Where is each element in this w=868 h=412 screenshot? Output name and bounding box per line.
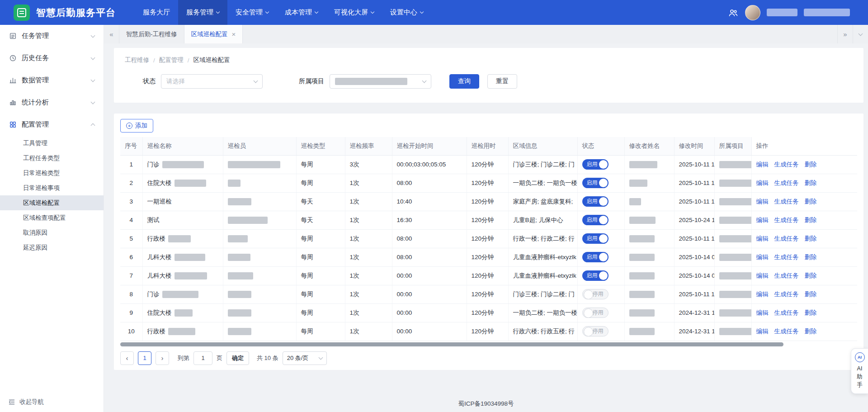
action-generate-task[interactable]: 生成任务 bbox=[774, 291, 799, 298]
action-edit[interactable]: 编辑 bbox=[756, 235, 769, 242]
nav-item[interactable]: 成本管理 bbox=[277, 0, 326, 25]
action-delete[interactable]: 删除 bbox=[805, 272, 817, 279]
action-delete[interactable]: 删除 bbox=[805, 180, 817, 186]
tabs-scroll-right-icon[interactable]: » bbox=[837, 25, 853, 43]
action-edit[interactable]: 编辑 bbox=[756, 328, 769, 335]
sidebar-item[interactable]: 日常巡检类型 bbox=[0, 166, 104, 180]
page-number-button[interactable]: 1 bbox=[138, 351, 151, 365]
nav-item[interactable]: 服务管理 bbox=[178, 0, 227, 25]
action-edit[interactable]: 编辑 bbox=[756, 272, 769, 279]
cell-actions: 编辑生成任务删除 bbox=[751, 155, 857, 174]
add-button[interactable]: + 添加 bbox=[120, 119, 153, 133]
cell-start-time: 08:00 bbox=[392, 229, 467, 248]
action-generate-task[interactable]: 生成任务 bbox=[774, 217, 799, 223]
reset-button[interactable]: 重置 bbox=[487, 74, 517, 89]
sidebar-group[interactable]: 统计分析 bbox=[0, 91, 104, 114]
column-header: 状态 bbox=[577, 137, 624, 155]
tabs-scroll-left-icon[interactable]: « bbox=[104, 25, 119, 43]
collapse-nav-button[interactable]: 收起导航 bbox=[0, 392, 104, 412]
action-edit[interactable]: 编辑 bbox=[756, 309, 769, 316]
nav-item[interactable]: 设置中心 bbox=[382, 0, 431, 25]
status-select[interactable]: 请选择 bbox=[161, 74, 263, 89]
action-generate-task[interactable]: 生成任务 bbox=[774, 180, 799, 186]
goto-page-input[interactable] bbox=[193, 351, 212, 365]
project-select[interactable] bbox=[330, 74, 431, 89]
column-header: 巡检类型 bbox=[296, 137, 345, 155]
status-toggle[interactable]: 停用 bbox=[582, 289, 609, 299]
action-edit[interactable]: 编辑 bbox=[756, 180, 769, 186]
action-delete[interactable]: 删除 bbox=[805, 161, 817, 168]
ai-icon: AI bbox=[855, 352, 865, 362]
action-edit[interactable]: 编辑 bbox=[756, 291, 769, 298]
action-delete[interactable]: 删除 bbox=[805, 217, 817, 223]
user-avatar[interactable] bbox=[745, 5, 760, 20]
status-toggle[interactable]: 启用 bbox=[582, 159, 609, 170]
nav-item[interactable]: 可视化大屏 bbox=[326, 0, 382, 25]
cell-type: 每天 bbox=[296, 211, 345, 229]
inspection-name-text: 门诊 bbox=[147, 291, 160, 298]
sidebar-group[interactable]: 任务管理 bbox=[0, 25, 104, 47]
action-generate-task[interactable]: 生成任务 bbox=[774, 309, 799, 316]
status-toggle[interactable]: 停用 bbox=[582, 308, 609, 318]
prev-page-button[interactable]: ‹ bbox=[120, 351, 134, 365]
action-generate-task[interactable]: 生成任务 bbox=[774, 272, 799, 279]
action-edit[interactable]: 编辑 bbox=[756, 198, 769, 205]
sidebar-item[interactable]: 区域检查项配置 bbox=[0, 210, 104, 225]
sidebar-item[interactable]: 区域巡检配置 bbox=[0, 195, 104, 210]
sidebar-group[interactable]: 配置管理 bbox=[0, 114, 104, 136]
status-filter-label: 状态 bbox=[143, 77, 156, 85]
action-delete[interactable]: 删除 bbox=[805, 328, 817, 335]
cell-actions: 编辑生成任务删除 bbox=[751, 174, 857, 192]
sidebar-item[interactable]: 工程任务类型 bbox=[0, 151, 104, 166]
action-delete[interactable]: 删除 bbox=[805, 291, 817, 298]
sidebar-item[interactable]: 工具管理 bbox=[0, 136, 104, 151]
page-size-select[interactable]: 20 条/页 bbox=[283, 351, 327, 365]
breadcrumb-item[interactable]: 工程维修 bbox=[125, 56, 149, 64]
sidebar-item[interactable]: 日常巡检事项 bbox=[0, 180, 104, 195]
nav-item[interactable]: 安全管理 bbox=[227, 0, 277, 25]
status-toggle-label: 启用 bbox=[587, 161, 598, 168]
status-toggle[interactable]: 启用 bbox=[582, 233, 609, 244]
search-button[interactable]: 查询 bbox=[449, 74, 479, 89]
action-generate-task[interactable]: 生成任务 bbox=[774, 254, 799, 260]
next-page-button[interactable]: › bbox=[156, 351, 169, 365]
action-delete[interactable]: 删除 bbox=[805, 254, 817, 260]
action-delete[interactable]: 删除 bbox=[805, 235, 817, 242]
status-toggle[interactable]: 停用 bbox=[582, 326, 609, 336]
tabs-dropdown-icon[interactable] bbox=[853, 25, 868, 43]
status-toggle[interactable]: 启用 bbox=[582, 252, 609, 262]
tab[interactable]: 区域巡检配置× bbox=[184, 25, 243, 43]
redacted-text bbox=[629, 291, 655, 298]
status-toggle[interactable]: 启用 bbox=[582, 178, 609, 188]
action-generate-task[interactable]: 生成任务 bbox=[774, 235, 799, 242]
status-toggle[interactable]: 启用 bbox=[582, 215, 609, 225]
sidebar-group[interactable]: 历史任务 bbox=[0, 47, 104, 69]
nav-item[interactable]: 服务大厅 bbox=[135, 0, 178, 25]
table-row: 5行政楼每周1次08:00120分钟行政一楼; 行政二楼; 行启用2025-10… bbox=[120, 229, 857, 248]
action-delete[interactable]: 删除 bbox=[805, 309, 817, 316]
action-generate-task[interactable]: 生成任务 bbox=[774, 161, 799, 168]
action-generate-task[interactable]: 生成任务 bbox=[774, 328, 799, 335]
contacts-icon[interactable] bbox=[728, 7, 739, 18]
action-edit[interactable]: 编辑 bbox=[756, 254, 769, 260]
breadcrumb: 工程维修/配置管理/区域巡检配置 bbox=[125, 56, 853, 64]
action-generate-task[interactable]: 生成任务 bbox=[774, 198, 799, 205]
ai-assistant-button[interactable]: AI AI助手 bbox=[851, 348, 868, 394]
table-row: 9住院大楼每周1次00:00120分钟一期负二楼; 一期负一楼停用2024-12… bbox=[120, 303, 857, 322]
status-toggle[interactable]: 启用 bbox=[582, 196, 609, 207]
scrollbar-thumb[interactable] bbox=[120, 342, 783, 346]
action-edit[interactable]: 编辑 bbox=[756, 161, 769, 168]
cell-start-time: 00:00 bbox=[392, 266, 467, 285]
confirm-page-button[interactable]: 确定 bbox=[226, 351, 249, 365]
tab[interactable]: 智慧后勤-工程维修 bbox=[119, 25, 184, 43]
action-edit[interactable]: 编辑 bbox=[756, 217, 769, 223]
sidebar-group[interactable]: 数据管理 bbox=[0, 69, 104, 91]
tab-bar: « 智慧后勤-工程维修区域巡检配置× » bbox=[104, 25, 868, 43]
action-delete[interactable]: 删除 bbox=[805, 198, 817, 205]
close-icon[interactable]: × bbox=[232, 31, 236, 38]
status-toggle[interactable]: 启用 bbox=[582, 270, 609, 281]
horizontal-scrollbar[interactable] bbox=[120, 342, 857, 346]
breadcrumb-item[interactable]: 配置管理 bbox=[159, 56, 184, 64]
sidebar-item[interactable]: 取消原因 bbox=[0, 225, 104, 240]
sidebar-item[interactable]: 延迟原因 bbox=[0, 240, 104, 255]
